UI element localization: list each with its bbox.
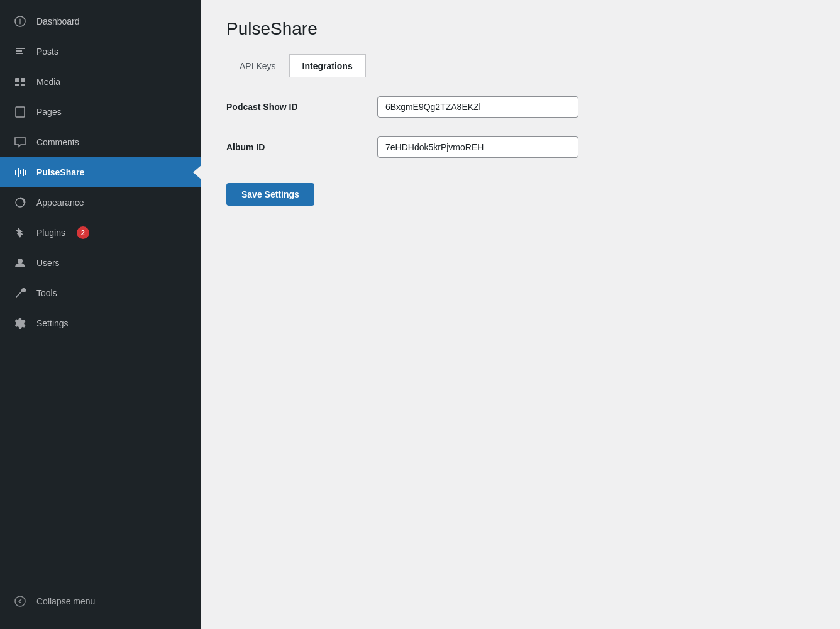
svg-rect-6 xyxy=(15,170,16,175)
svg-point-13 xyxy=(15,596,25,606)
tools-icon xyxy=(13,286,28,301)
tab-integrations[interactable]: Integrations xyxy=(289,54,366,77)
svg-rect-5 xyxy=(16,107,25,117)
svg-rect-4 xyxy=(21,84,25,86)
sidebar-item-pages[interactable]: Pages xyxy=(0,97,201,127)
collapse-menu[interactable]: Collapse menu xyxy=(0,586,201,616)
sidebar-item-users[interactable]: Users xyxy=(0,248,201,278)
svg-rect-7 xyxy=(18,168,19,177)
sidebar-item-dashboard-label: Dashboard xyxy=(36,16,80,26)
sidebar-item-posts[interactable]: Posts xyxy=(0,36,201,67)
album-id-row: Album ID xyxy=(226,136,815,158)
main-content: PulseShare API Keys Integrations Podcast… xyxy=(201,0,840,629)
sidebar-item-pulseshare[interactable]: PulseShare xyxy=(0,157,201,187)
sidebar-item-settings-label: Settings xyxy=(36,318,69,328)
appearance-icon xyxy=(13,195,28,210)
dashboard-icon xyxy=(13,14,28,29)
podcast-show-id-row: Podcast Show ID xyxy=(226,96,815,118)
sidebar-item-comments-label: Comments xyxy=(36,137,79,147)
posts-icon xyxy=(13,44,28,59)
podcast-show-id-label: Podcast Show ID xyxy=(226,102,352,112)
svg-rect-9 xyxy=(23,169,24,176)
comments-icon xyxy=(13,135,28,150)
svg-rect-1 xyxy=(15,78,19,82)
album-id-input[interactable] xyxy=(377,136,578,158)
sidebar-item-plugins[interactable]: Plugins 2 xyxy=(0,218,201,248)
sidebar-item-tools-label: Tools xyxy=(36,288,57,298)
svg-rect-10 xyxy=(25,170,26,175)
sidebar: Dashboard Posts Media Pages Comments Pul… xyxy=(0,0,201,629)
sidebar-item-comments[interactable]: Comments xyxy=(0,127,201,157)
sidebar-item-settings[interactable]: Settings xyxy=(0,308,201,338)
sidebar-item-plugins-label: Plugins xyxy=(36,228,65,238)
sidebar-item-pages-label: Pages xyxy=(36,107,62,117)
save-settings-button[interactable]: Save Settings xyxy=(226,183,314,206)
media-icon xyxy=(13,74,28,89)
plugins-badge: 2 xyxy=(77,226,89,239)
podcast-show-id-input[interactable] xyxy=(377,96,578,118)
sidebar-item-media-label: Media xyxy=(36,77,60,87)
sidebar-item-tools[interactable]: Tools xyxy=(0,278,201,308)
album-id-label: Album ID xyxy=(226,142,352,152)
sidebar-item-appearance[interactable]: Appearance xyxy=(0,187,201,218)
settings-icon xyxy=(13,316,28,331)
tab-api-keys[interactable]: API Keys xyxy=(226,54,289,77)
collapse-icon xyxy=(13,594,28,609)
tabs-container: API Keys Integrations xyxy=(226,54,815,77)
svg-point-12 xyxy=(18,259,23,264)
pulseshare-icon xyxy=(13,165,28,180)
svg-rect-3 xyxy=(15,84,19,86)
sidebar-item-pulseshare-label: PulseShare xyxy=(36,167,84,177)
sidebar-item-media[interactable]: Media xyxy=(0,67,201,97)
sidebar-item-dashboard[interactable]: Dashboard xyxy=(0,6,201,36)
sidebar-item-users-label: Users xyxy=(36,258,60,268)
users-icon xyxy=(13,255,28,270)
sidebar-item-posts-label: Posts xyxy=(36,47,58,57)
collapse-menu-label: Collapse menu xyxy=(36,596,95,606)
sidebar-item-appearance-label: Appearance xyxy=(36,198,84,208)
svg-rect-8 xyxy=(20,170,21,174)
plugins-icon xyxy=(13,225,28,240)
svg-rect-2 xyxy=(21,78,25,82)
page-title: PulseShare xyxy=(226,19,815,39)
pages-icon xyxy=(13,104,28,120)
